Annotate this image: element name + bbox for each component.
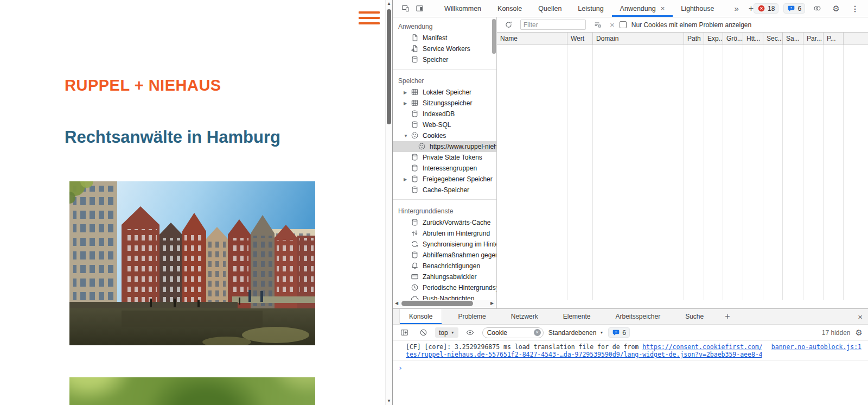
console-prompt[interactable]: › (393, 361, 868, 372)
error-count-badge[interactable]: 18 (754, 3, 778, 14)
devtools-tab-willkommen[interactable]: Willkommen (436, 0, 489, 17)
sidebar-item-manifest[interactable]: Manifest (393, 33, 496, 43)
sidebar-item-indexeddb[interactable]: IndexedDB (393, 109, 496, 119)
sidebar-item-abhilfema-nahmen-gegen[interactable]: Abhilfemaßnahmen gegen (393, 250, 496, 261)
sidebar-item-zahlungsabwickler[interactable]: Zahlungsabwickler (393, 271, 496, 282)
profiles-icon[interactable] (810, 2, 824, 16)
scroll-left-icon[interactable]: ◀ (394, 300, 399, 307)
add-tab-icon[interactable]: + (749, 4, 754, 14)
drawer-tab-arbeitsspeicher[interactable]: Arbeitsspeicher (606, 309, 669, 324)
devtools-tab-lighthouse[interactable]: Lighthouse (673, 0, 722, 17)
column-header-gr[interactable]: Grö... (723, 33, 743, 45)
console-sidebar-icon[interactable] (397, 326, 411, 340)
sidebar-item-synchronisierung-im-hintergrund[interactable]: Synchronisierung im Hintergrund (393, 239, 496, 250)
devtools-tab-leistung[interactable]: Leistung (570, 0, 611, 17)
refresh-icon[interactable] (501, 18, 515, 32)
kebab-menu-icon[interactable]: ⋮ (848, 2, 862, 16)
sidebar-horizontal-scrollbar[interactable]: ◀ ▶ (394, 300, 495, 307)
sidebar-item-lokaler-speicher[interactable]: ▶Lokaler Speicher (393, 87, 496, 98)
devtools-tab-konsole[interactable]: Konsole (489, 0, 530, 17)
sidebar-item-freigegebener-speicher[interactable]: ▶Freigegebener Speicher (393, 174, 496, 185)
sidebar-item-cookies[interactable]: ▼Cookies (393, 130, 496, 141)
sidebar-item-private-state-tokens[interactable]: Private State Tokens (393, 152, 496, 163)
drawer-tab-konsole[interactable]: Konsole (399, 309, 442, 324)
sidebar-section-hintergrunddienste: Hintergrunddienste (393, 204, 496, 217)
sidebar-item-cache-speicher[interactable]: Cache-Speicher (393, 185, 496, 195)
delete-cookie-icon[interactable]: × (610, 21, 615, 29)
page-scrollbar-thumb[interactable] (387, 9, 391, 124)
sidebar-item-https-www-ruppel-niehaus-de[interactable]: https://www.ruppel-niehaus.de (393, 141, 496, 152)
column-header-sa[interactable]: Sa... (783, 33, 803, 45)
tab-label: Netzwerk (511, 313, 538, 320)
sidebar-item-benachrichtigungen[interactable]: Benachrichtigungen (393, 261, 496, 271)
log-url-link[interactable]: https://consent.cookiefirst.com/si (642, 343, 762, 351)
console-message-badge[interactable]: 6 (608, 327, 630, 338)
column-header-par[interactable]: Par... (803, 33, 824, 45)
context-selector[interactable]: top ▼ (435, 327, 458, 338)
column-header-wert[interactable]: Wert (567, 33, 593, 45)
console-settings-gear-icon[interactable]: ⚙ (856, 328, 863, 338)
sidebar-item-label: Zahlungsabwickler (423, 273, 476, 281)
clear-console-icon[interactable] (416, 326, 430, 340)
tab-close-icon[interactable]: × (661, 4, 665, 12)
sidebar-item-interessengruppen[interactable]: Interessengruppen (393, 163, 496, 174)
expand-arrow-icon[interactable]: ▶ (404, 90, 411, 95)
drawer-tab-elemente[interactable]: Elemente (554, 309, 600, 324)
service-worker-icon (411, 45, 419, 53)
sidebar-item-label: Periodische Hintergrundsynchronisierung (423, 284, 496, 292)
tab-label: Suche (685, 313, 704, 320)
devtools-tab-quellen[interactable]: Quellen (530, 0, 570, 17)
dock-side-icon[interactable] (412, 2, 426, 16)
more-tabs-icon[interactable]: » (734, 4, 738, 13)
drawer-tab-netzwerk[interactable]: Netzwerk (502, 309, 547, 324)
only-problems-checkbox[interactable] (620, 21, 627, 28)
drawer-tab-suche[interactable]: Suche (676, 309, 713, 324)
log-url-link[interactable]: tes/ruppel-niehaus.de-557651f2-8427-4543… (406, 351, 762, 358)
scroll-down-icon[interactable]: ▼ (386, 397, 392, 405)
column-header-name[interactable]: Name (497, 33, 567, 45)
sidebar-vertical-scrollbar[interactable] (492, 19, 496, 54)
scroll-right-icon[interactable]: ▶ (489, 300, 495, 307)
tab-label: Konsole (409, 313, 432, 320)
page-headline: Rechtsanwälte in Hamburg (65, 128, 280, 147)
device-toolbar-icon[interactable] (398, 2, 412, 16)
sidebar-item-label: Web-SQL (423, 121, 451, 129)
clear-filter-x-icon[interactable]: × (534, 329, 541, 336)
page-scrollbar[interactable]: ▲ ▼ (385, 0, 392, 405)
cookie-filter-input[interactable] (520, 20, 586, 30)
sidebar-item-periodische-hintergrundsynchronisierung[interactable]: Periodische Hintergrundsynchronisierung (393, 282, 496, 293)
column-header-p[interactable]: P... (824, 33, 844, 45)
column-header-exp[interactable]: Exp... (704, 33, 723, 45)
add-drawer-tab-icon[interactable]: + (725, 309, 730, 324)
column-header-htt[interactable]: Htt... (743, 33, 763, 45)
settings-gear-icon[interactable]: ⚙ (829, 2, 843, 16)
clear-filter-icon[interactable] (591, 18, 605, 32)
column-header-sec[interactable]: Sec... (763, 33, 783, 45)
sidebar-item-abrufen-im-hintergrund[interactable]: Abrufen im Hintergrund (393, 228, 496, 239)
database-icon (411, 175, 419, 183)
column-header-path[interactable]: Path (684, 33, 704, 45)
column-header-domain[interactable]: Domain (593, 33, 684, 45)
close-drawer-icon[interactable]: × (858, 309, 863, 324)
drawer-tab-probleme[interactable]: Probleme (449, 309, 495, 324)
message-count-badge[interactable]: 6 (783, 3, 805, 14)
database-icon (411, 110, 419, 118)
sidebar-item-sitzungsspeicher[interactable]: ▶Sitzungsspeicher (393, 98, 496, 109)
console-filter-input[interactable]: Cookie × (482, 327, 544, 338)
log-source-link[interactable]: banner.no-autoblock.js:1 (771, 343, 861, 351)
sidebar-item-speicher[interactable]: Speicher (393, 54, 496, 65)
table-column (497, 45, 567, 300)
menu-icon[interactable] (359, 11, 380, 28)
expand-arrow-icon[interactable]: ▶ (404, 177, 411, 182)
chevron-down-icon: ▼ (451, 331, 455, 334)
expand-arrow-icon[interactable]: ▶ (404, 101, 411, 106)
sidebar-item-web-sql[interactable]: Web-SQL (393, 119, 496, 130)
devtools-tab-anwendung[interactable]: Anwendung× (612, 0, 673, 17)
sidebar-item-service-workers[interactable]: Service Workers (393, 43, 496, 54)
sidebar-item-label: Sitzungsspeicher (423, 99, 472, 107)
expand-arrow-icon[interactable]: ▼ (404, 134, 411, 138)
scroll-up-icon[interactable]: ▲ (386, 0, 392, 8)
log-levels-selector[interactable]: Standardebenen ▼ (548, 329, 604, 337)
sidebar-item-zur-ck-vorw-rts-cache[interactable]: Zurück/Vorwärts-Cache (393, 217, 496, 228)
eye-icon[interactable] (463, 326, 477, 340)
